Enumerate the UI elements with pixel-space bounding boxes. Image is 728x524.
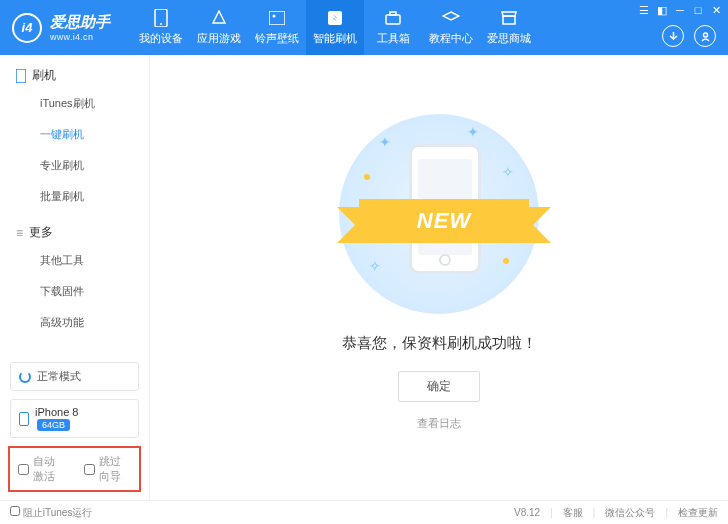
ok-button[interactable]: 确定: [398, 371, 480, 402]
storage-badge: 64GB: [37, 419, 70, 431]
download-button[interactable]: [662, 25, 684, 47]
mode-indicator[interactable]: 正常模式: [10, 362, 139, 391]
skin-icon[interactable]: ◧: [656, 4, 668, 16]
toolbox-icon: [384, 9, 402, 27]
settings-icon[interactable]: ☰: [638, 4, 650, 16]
image-icon: [268, 9, 286, 27]
content-area: ✦ ✦ ✧ ✧ NEW 恭喜您，保资料刷机成功啦！ 确定 查看日志: [150, 55, 728, 500]
sidebar-item-other-tools[interactable]: 其他工具: [0, 245, 149, 276]
svg-rect-5: [386, 15, 400, 24]
titlebar: i4 爱思助手 www.i4.cn 我的设备 应用游戏 铃声壁纸 智能刷机 工具…: [0, 0, 728, 55]
maximize-button[interactable]: □: [692, 4, 704, 16]
options-highlight: 自动激活 跳过向导: [8, 446, 141, 492]
logo: i4 爱思助手 www.i4.cn: [0, 13, 122, 43]
menu-icon: ≡: [16, 226, 23, 240]
sidebar-item-batch-flash[interactable]: 批量刷机: [0, 181, 149, 212]
nav-tutorials[interactable]: 教程中心: [422, 0, 480, 55]
sidebar-item-pro-flash[interactable]: 专业刷机: [0, 150, 149, 181]
sidebar-section-flash: 刷机: [0, 55, 149, 88]
block-itunes-checkbox[interactable]: 阻止iTunes运行: [10, 506, 92, 520]
svg-point-8: [703, 33, 707, 37]
logo-mark: i4: [12, 13, 42, 43]
close-button[interactable]: ✕: [710, 4, 722, 16]
graduation-icon: [442, 9, 460, 27]
support-link[interactable]: 客服: [563, 506, 583, 520]
device-name: iPhone 8: [35, 406, 78, 418]
wechat-link[interactable]: 微信公众号: [605, 506, 655, 520]
sidebar-section-more: ≡ 更多: [0, 212, 149, 245]
new-ribbon: NEW: [359, 199, 529, 243]
apps-icon: [210, 9, 228, 27]
nav-apps[interactable]: 应用游戏: [190, 0, 248, 55]
window-controls: ☰ ◧ ─ □ ✕: [638, 4, 722, 16]
sidebar-item-download-firmware[interactable]: 下载固件: [0, 276, 149, 307]
success-illustration: ✦ ✦ ✧ ✧ NEW: [339, 114, 539, 314]
sidebar-item-itunes-flash[interactable]: iTunes刷机: [0, 88, 149, 119]
minimize-button[interactable]: ─: [674, 4, 686, 16]
svg-rect-9: [16, 69, 26, 83]
user-button[interactable]: [694, 25, 716, 47]
store-icon: [500, 9, 518, 27]
view-log-link[interactable]: 查看日志: [417, 416, 461, 431]
sidebar-item-oneclick-flash[interactable]: 一键刷机: [0, 119, 149, 150]
nav-my-device[interactable]: 我的设备: [132, 0, 190, 55]
nav-store[interactable]: 爱思商城: [480, 0, 538, 55]
svg-rect-4: [328, 11, 342, 25]
auto-activate-checkbox[interactable]: 自动激活: [18, 454, 66, 484]
logo-title: 爱思助手: [50, 13, 110, 32]
version-label: V8.12: [514, 507, 540, 518]
nav-flash[interactable]: 智能刷机: [306, 0, 364, 55]
statusbar: 阻止iTunes运行 V8.12 | 客服 | 微信公众号 | 检查更新: [0, 500, 728, 524]
success-message: 恭喜您，保资料刷机成功啦！: [342, 334, 537, 353]
sidebar: 刷机 iTunes刷机 一键刷机 专业刷机 批量刷机 ≡ 更多 其他工具 下载固…: [0, 55, 150, 500]
nav-ringtones[interactable]: 铃声壁纸: [248, 0, 306, 55]
sidebar-item-advanced[interactable]: 高级功能: [0, 307, 149, 338]
nav-toolbox[interactable]: 工具箱: [364, 0, 422, 55]
device-indicator[interactable]: iPhone 8 64GB: [10, 399, 139, 438]
phone-icon: [152, 9, 170, 27]
phone-icon: [16, 69, 26, 83]
top-nav: 我的设备 应用游戏 铃声壁纸 智能刷机 工具箱 教程中心 爱思商城: [132, 0, 538, 55]
skip-setup-checkbox[interactable]: 跳过向导: [84, 454, 132, 484]
svg-point-1: [160, 23, 162, 25]
svg-rect-2: [269, 11, 285, 25]
svg-point-3: [273, 15, 276, 18]
phone-icon: [19, 412, 29, 426]
svg-rect-7: [503, 16, 515, 24]
svg-rect-6: [390, 12, 396, 15]
flash-icon: [326, 9, 344, 27]
spinner-icon: [19, 371, 31, 383]
logo-url: www.i4.cn: [50, 32, 110, 42]
check-update-link[interactable]: 检查更新: [678, 506, 718, 520]
